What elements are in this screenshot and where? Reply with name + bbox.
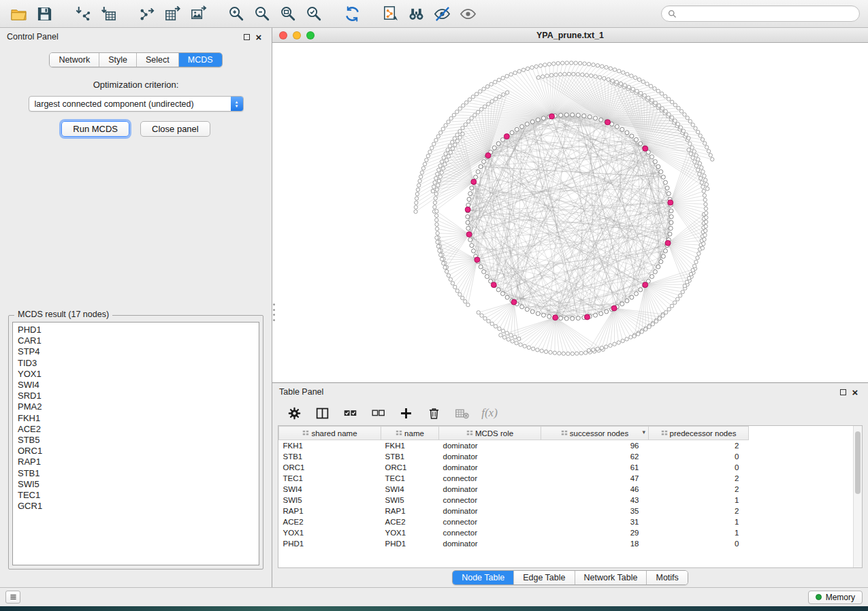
mcds-result-item[interactable]: TEC1	[13, 490, 259, 501]
search-field[interactable]	[661, 5, 860, 22]
window-minimize-button[interactable]	[293, 31, 301, 39]
export-network-icon[interactable]	[136, 3, 157, 24]
column-header-successor-nodes[interactable]: successor nodes▾	[541, 427, 649, 440]
table-cell: ORC1	[381, 462, 439, 473]
table-cell: connector	[439, 495, 541, 506]
table-cell: 0	[649, 538, 749, 549]
import-table-icon[interactable]	[98, 3, 118, 24]
export-table-icon[interactable]	[162, 3, 182, 24]
tab-network[interactable]: Network	[50, 53, 99, 67]
table-cell: 2	[649, 473, 749, 484]
table-row[interactable]: TEC1TEC1connector472	[279, 473, 749, 484]
mcds-result-item[interactable]: SWI4	[13, 380, 259, 391]
export-image-icon[interactable]	[188, 3, 208, 24]
column-header-shared-name[interactable]: shared name	[279, 427, 381, 440]
table-toolbar: f(x)	[272, 401, 868, 425]
folder-icon[interactable]	[8, 3, 29, 24]
tab-mcds[interactable]: MCDS	[178, 53, 222, 67]
deselect-all-icon[interactable]	[370, 405, 386, 421]
column-chooser-icon[interactable]	[314, 405, 330, 421]
table-tab-node-table[interactable]: Node Table	[453, 571, 513, 584]
mcds-result-item[interactable]: STP4	[13, 346, 259, 357]
table-row[interactable]: ORC1ORC1dominator610	[279, 462, 749, 473]
mcds-result-item[interactable]: PHD1	[13, 325, 259, 335]
table-tab-edge-table[interactable]: Edge Table	[513, 571, 574, 584]
mcds-result-item[interactable]: STB5	[13, 435, 259, 446]
toolbar-group	[380, 3, 478, 24]
panel-splitter-handle[interactable]	[272, 303, 275, 321]
tab-select[interactable]: Select	[136, 53, 178, 67]
import-network-icon[interactable]	[72, 3, 93, 24]
mcds-result-item[interactable]: STB1	[13, 468, 259, 479]
delete-row-icon[interactable]	[425, 405, 442, 421]
table-cell: 1	[649, 516, 749, 527]
table-cell: 0	[649, 462, 749, 473]
mcds-result-item[interactable]: ACE2	[13, 424, 259, 435]
add-row-icon[interactable]	[398, 405, 414, 421]
scrollbar-thumb[interactable]	[855, 431, 861, 494]
mcds-result-item[interactable]: SRD1	[13, 391, 259, 401]
table-row[interactable]: SWI4SWI4dominator462	[279, 484, 749, 495]
float-panel-button[interactable]	[240, 31, 253, 43]
search-input[interactable]	[681, 9, 853, 18]
mcds-result-item[interactable]: FKH1	[13, 413, 259, 424]
select-all-icon[interactable]	[342, 405, 358, 421]
find-icon[interactable]	[406, 3, 426, 24]
table-row[interactable]: YOX1YOX1connector291	[279, 527, 749, 538]
table-cell: ACE2	[279, 516, 381, 527]
close-table-panel-button[interactable]: ×	[849, 386, 861, 398]
mcds-result-title: MCDS result (17 nodes)	[14, 310, 112, 319]
table-cell: 31	[541, 516, 649, 527]
mcds-result-item[interactable]: RAP1	[13, 457, 259, 467]
run-mcds-button[interactable]: Run MCDS	[61, 121, 129, 137]
network-canvas[interactable]	[272, 43, 868, 382]
settings-icon[interactable]	[286, 405, 302, 421]
table-cell: connector	[439, 473, 541, 484]
table-row[interactable]: FKH1FKH1dominator962	[279, 440, 749, 451]
memory-button[interactable]: Memory	[808, 591, 863, 604]
zoom-fit-icon[interactable]	[278, 3, 298, 24]
column-header-mcds-role[interactable]: MCDS role	[439, 427, 541, 440]
table-cell: PHD1	[279, 538, 381, 549]
eye-icon[interactable]	[457, 3, 478, 24]
zoom-out-icon[interactable]	[252, 3, 272, 24]
close-panel-action-button[interactable]: Close panel	[140, 121, 210, 137]
mcds-result-item[interactable]: TID3	[13, 358, 259, 369]
clone-network-icon[interactable]	[380, 3, 400, 24]
mcds-result-item[interactable]: GCR1	[13, 501, 259, 512]
table-row[interactable]: ACE2ACE2connector311	[279, 516, 749, 527]
mcds-result-item[interactable]: CAR1	[13, 335, 259, 346]
toggle-details-icon[interactable]	[432, 3, 452, 24]
window-zoom-button[interactable]	[306, 31, 315, 39]
zoom-in-icon[interactable]	[226, 3, 246, 24]
log-console-button[interactable]	[5, 591, 20, 604]
mcds-result-item[interactable]: ORC1	[13, 446, 259, 457]
table-row[interactable]: PHD1PHD1dominator180	[279, 538, 749, 549]
table-scrollbar[interactable]	[853, 426, 862, 567]
control-panel-tabs-row: NetworkStyleSelectMCDS	[0, 52, 272, 67]
table-row[interactable]: STB1STB1dominator620	[279, 451, 749, 462]
column-header-name[interactable]: name	[381, 427, 439, 440]
optimization-criterion-select[interactable]: largest connected component (undirected)…	[29, 96, 244, 112]
tab-style[interactable]: Style	[99, 53, 136, 67]
save-icon[interactable]	[34, 3, 54, 24]
table-cell: connector	[439, 527, 541, 538]
list-icon	[9, 593, 18, 601]
close-icon: ×	[852, 387, 858, 397]
column-header-predecessor-nodes[interactable]: predecessor nodes	[649, 427, 749, 440]
table-row[interactable]: RAP1RAP1dominator352	[279, 506, 749, 516]
table-row[interactable]: SWI5SWI5connector431	[279, 495, 749, 506]
close-panel-button[interactable]: ×	[253, 31, 265, 43]
mcds-result-item[interactable]: SWI5	[13, 479, 259, 490]
zoom-selected-icon[interactable]	[304, 3, 324, 24]
table-tab-network-table[interactable]: Network Table	[575, 571, 647, 584]
table-cell: TEC1	[279, 473, 381, 484]
window-close-button[interactable]	[279, 31, 287, 39]
mcds-result-item[interactable]: PMA2	[13, 401, 259, 412]
refresh-icon[interactable]	[342, 3, 362, 24]
mcds-result-item[interactable]: YOX1	[13, 369, 259, 380]
network-view[interactable]	[272, 43, 868, 382]
application-window: Control Panel × NetworkStyleSelectMCDS O…	[0, 0, 868, 611]
float-table-panel-button[interactable]	[837, 386, 849, 398]
table-tab-motifs[interactable]: Motifs	[646, 571, 687, 584]
